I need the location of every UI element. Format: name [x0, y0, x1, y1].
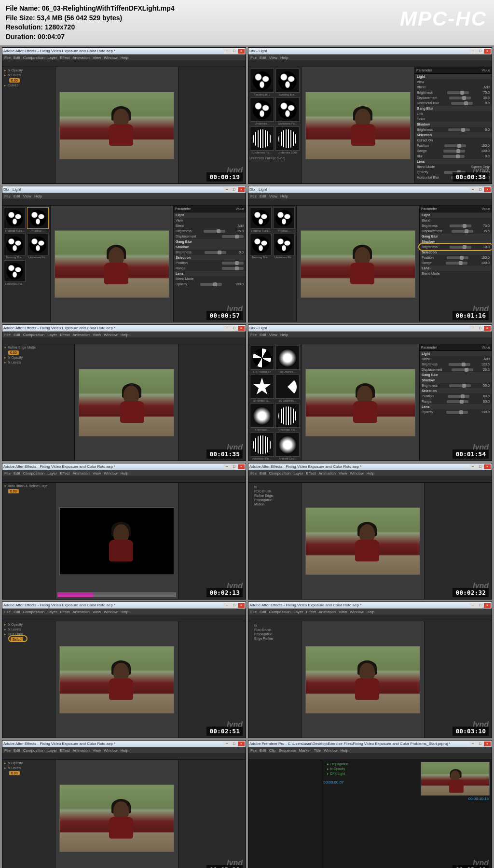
timeline-panel[interactable] [2, 738, 246, 738]
close-button[interactable]: × [484, 326, 491, 331]
close-button[interactable]: × [238, 326, 245, 331]
minimize-button[interactable]: − [469, 187, 476, 192]
close-button[interactable]: × [484, 49, 491, 54]
menubar[interactable]: FileEditViewHelp [248, 332, 492, 337]
gobo-thumb[interactable] [250, 126, 274, 151]
close-button[interactable]: × [484, 742, 491, 746]
project-panel[interactable]: ▾Roto Brush & Refine Edge 0.00 [2, 483, 55, 599]
maximize-button[interactable]: □ [477, 464, 483, 469]
toolbar[interactable] [248, 753, 492, 760]
maximize-button[interactable]: □ [477, 603, 483, 608]
maximize-button[interactable]: □ [477, 326, 483, 331]
menubar[interactable]: FileEditCompositionLayerEffectAnimationV… [2, 332, 246, 337]
close-button[interactable]: × [238, 603, 245, 608]
close-button[interactable]: × [238, 187, 245, 192]
gobo-thumb[interactable] [250, 433, 274, 457]
menubar[interactable]: FileEditCompositionLayerEffectAnimationV… [2, 609, 246, 615]
menubar[interactable]: FileEditViewHelp [2, 193, 246, 199]
source-monitor[interactable] [248, 760, 321, 868]
maximize-button[interactable]: □ [477, 742, 483, 746]
maximize-button[interactable]: □ [231, 464, 237, 469]
minimize-button[interactable]: − [469, 49, 476, 54]
project-panel[interactable]: fx Roto Brush Propagation Edge Refine [248, 621, 302, 738]
gobo-thumb[interactable] [275, 346, 300, 370]
minimize-button[interactable]: − [469, 464, 476, 469]
gobo-thumb[interactable] [250, 346, 274, 370]
gobo-thumb[interactable] [273, 234, 295, 255]
minimize-button[interactable]: − [223, 464, 230, 469]
toolbar[interactable] [248, 60, 492, 67]
gobo-thumb[interactable] [275, 404, 300, 428]
project-panel[interactable]: ▾Refine Edge Matte 0.00 ▸fx Opacity ▸fx … [2, 344, 75, 461]
program-monitor[interactable]: 00:00:10:16 [419, 760, 492, 868]
menubar[interactable]: FileEditClipSequenceMarkerTitleWindowHel… [248, 747, 492, 753]
gobo-thumb[interactable] [250, 234, 272, 255]
dfx-viewer[interactable] [51, 206, 173, 322]
maximize-button[interactable]: □ [231, 49, 237, 54]
gobo-thumb[interactable] [273, 207, 295, 229]
layer-viewer[interactable] [55, 483, 178, 599]
maximize-button[interactable]: □ [231, 187, 237, 192]
gobo-thumb[interactable] [27, 207, 49, 229]
maximize-button[interactable]: □ [477, 187, 483, 192]
toolbar[interactable] [248, 615, 492, 621]
menubar[interactable]: FileEditCompositionLayerEffectAnimationV… [2, 747, 246, 753]
toolbar[interactable] [2, 615, 246, 621]
minimize-button[interactable]: − [223, 187, 230, 192]
menubar[interactable]: FileEditCompositionLayerEffectAnimationV… [2, 55, 246, 60]
menubar[interactable]: FileEditViewHelp [248, 193, 492, 199]
composition-viewer[interactable] [302, 621, 424, 738]
minimize-button[interactable]: − [223, 742, 230, 746]
composition-viewer[interactable] [55, 760, 178, 868]
minimize-button[interactable]: − [223, 326, 230, 331]
minimize-button[interactable]: − [469, 603, 476, 608]
project-panel[interactable]: ▸fx Opacity ▸fx Levels 0.00 ▸Curves [2, 67, 55, 183]
minimize-button[interactable]: − [469, 326, 476, 331]
gobo-thumb[interactable] [27, 234, 49, 255]
composition-viewer[interactable] [55, 67, 178, 183]
timeline-panel[interactable] [2, 183, 246, 184]
timeline-panel[interactable] [2, 461, 246, 461]
project-panel[interactable]: ▸fx Opacity ▸fx Levels ▸DFX Light Setup [2, 621, 55, 738]
minimize-button[interactable]: − [223, 49, 230, 54]
gobo-thumb[interactable] [250, 98, 274, 122]
gobo-thumb[interactable] [275, 126, 300, 151]
toolbar[interactable] [2, 753, 246, 760]
toolbar[interactable] [248, 337, 492, 344]
menubar[interactable]: FileEditCompositionLayerEffectAnimationV… [2, 470, 246, 476]
gobo-thumb[interactable] [250, 404, 274, 428]
dfx-viewer[interactable] [297, 206, 419, 322]
composition-viewer[interactable] [302, 483, 424, 599]
composition-viewer[interactable] [75, 344, 178, 461]
gobo-thumb[interactable] [4, 234, 26, 255]
effects-panel[interactable] [178, 760, 246, 868]
toolbar[interactable] [2, 337, 246, 344]
toolbar[interactable] [2, 199, 246, 206]
close-button[interactable]: × [238, 742, 245, 746]
gobo-thumb[interactable] [4, 260, 26, 282]
maximize-button[interactable]: □ [231, 326, 237, 331]
project-panel[interactable]: fx Roto Brush Refine Edge Propagation Mo… [248, 483, 302, 599]
gobo-browser[interactable]: Tropical Folia... Tropical ... Twisting … [2, 206, 51, 322]
gobo-thumb[interactable] [250, 69, 274, 93]
toolbar[interactable] [248, 199, 492, 206]
close-button[interactable]: × [484, 603, 491, 608]
toolbar[interactable] [2, 476, 246, 483]
gobo-browser[interactable]: Tropical Folia... Tropical ... Twisting … [248, 206, 297, 322]
maximize-button[interactable]: □ [477, 49, 483, 54]
timeline-panel[interactable] [248, 738, 492, 738]
close-button[interactable]: × [484, 187, 491, 192]
roto-span-bar[interactable] [57, 592, 176, 597]
dfx-viewer[interactable] [302, 67, 414, 183]
gobo-thumb[interactable] [250, 375, 274, 399]
timecode-source[interactable]: 00:00:00:07 [321, 778, 419, 786]
gobo-thumb[interactable] [250, 207, 272, 229]
close-button[interactable]: × [238, 49, 245, 54]
gobo-thumb[interactable] [275, 375, 300, 399]
menubar[interactable]: FileEditCompositionLayerEffectAnimationV… [248, 609, 492, 615]
dfx-viewer[interactable] [302, 344, 419, 461]
timecode-program[interactable]: 00:00:10:16 [421, 796, 490, 802]
toolbar[interactable] [248, 476, 492, 483]
effect-controls[interactable]: ▸ Propagation ▸ fx Opacity ▸ DFX Light 0… [321, 760, 419, 868]
gobo-thumb[interactable] [275, 98, 300, 122]
